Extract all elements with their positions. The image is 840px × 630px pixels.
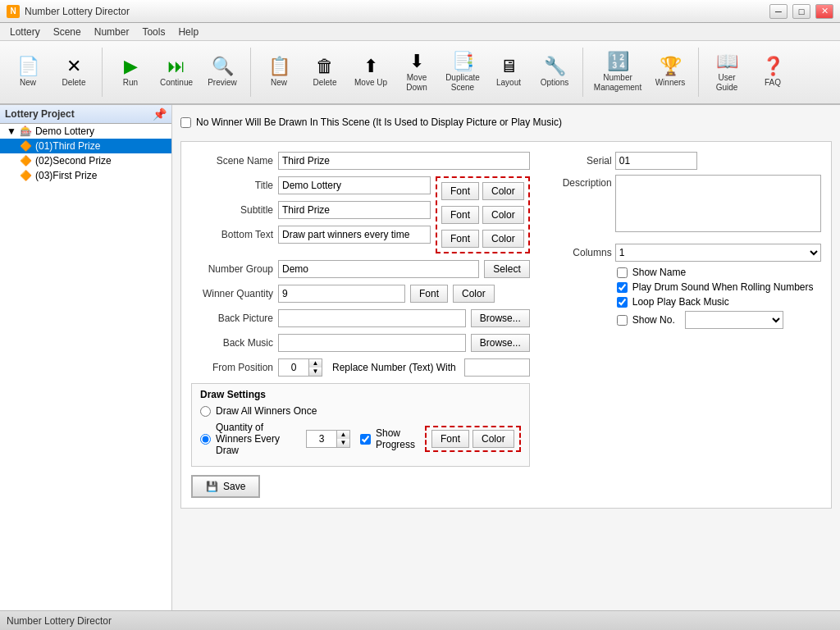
number-mgmt-icon: 🔢	[607, 52, 629, 71]
play-drum-checkbox[interactable]	[617, 282, 628, 293]
back-pic-label2: Back Picture	[191, 313, 273, 324]
draw-settings2: Draw Settings Draw All Winners Once Quan…	[191, 383, 530, 467]
bottom-font-btn2[interactable]: Font	[441, 230, 479, 248]
title-input2[interactable]	[278, 176, 431, 194]
toolbar-new-scene[interactable]: 📋 New	[258, 45, 300, 99]
show-no-select[interactable]	[685, 311, 783, 329]
back-pic-browse2[interactable]: Browse...	[471, 309, 530, 327]
maximize-button[interactable]: □	[792, 4, 810, 19]
wq-font-btn[interactable]: Font	[410, 285, 448, 303]
prog-font-btn2[interactable]: Font	[431, 430, 469, 448]
title-row2: Title	[191, 176, 431, 194]
bottom-color-btn2[interactable]: Color	[482, 230, 524, 248]
scene-name-input[interactable]	[278, 152, 530, 170]
serial-input[interactable]	[615, 152, 697, 170]
draw-all-row2: Draw All Winners Once	[200, 405, 521, 417]
description-label: Description	[546, 175, 612, 189]
toolbar-number-mgmt[interactable]: 🔢 Number Management	[590, 45, 646, 99]
toolbar-continue[interactable]: ⏭ Continue	[155, 45, 198, 99]
subtitle-color-btn2[interactable]: Color	[482, 206, 524, 224]
toolbar-winners-label: Winners	[655, 78, 686, 88]
draw-all-radio2[interactable]	[200, 406, 211, 417]
tree-item-first-prize[interactable]: 🔶 (03)First Prize	[0, 168, 171, 183]
winners-icon: 🏆	[660, 57, 682, 75]
status-bar: Number Lottery Director	[0, 610, 840, 630]
back-pic-input2[interactable]	[278, 309, 466, 327]
number-group-input2[interactable]	[278, 260, 479, 278]
tree-expand-icon: ▼	[7, 126, 16, 137]
draw-settings-title2: Draw Settings	[200, 389, 521, 400]
subtitle-input2[interactable]	[278, 201, 431, 219]
show-no-checkbox[interactable]	[617, 315, 628, 326]
tree-item-third-prize[interactable]: 🔶 (01)Third Prize	[0, 139, 171, 153]
qty-draw-radio2[interactable]	[200, 434, 211, 445]
columns-select[interactable]: 1 2 3	[615, 244, 821, 262]
toolbar-move-up[interactable]: ⬆ Move Up	[349, 45, 392, 99]
back-music-browse2[interactable]: Browse...	[471, 334, 530, 352]
toolbar-sep-3	[582, 48, 583, 97]
toolbar-run-label: Run	[123, 78, 138, 88]
toolbar-new-scene-label: New	[271, 78, 287, 88]
tree-item-second-prize[interactable]: 🔶 (02)Second Prize	[0, 153, 171, 168]
from-pos-down2[interactable]: ▼	[308, 368, 322, 376]
menu-scene[interactable]: Scene	[47, 25, 88, 39]
toolbar-preview[interactable]: 🔍 Preview	[201, 45, 244, 99]
toolbar-duplicate-scene[interactable]: 📑 Duplicate Scene	[441, 45, 484, 99]
replace-input2[interactable]	[464, 358, 530, 377]
back-music-input2[interactable]	[278, 334, 466, 352]
minimize-button[interactable]: ─	[769, 4, 788, 19]
toolbar-number-mgmt-label: Number Management	[592, 73, 643, 93]
toolbar-delete-scene[interactable]: 🗑 Delete	[304, 45, 346, 99]
toolbar-delete-lottery[interactable]: ✕ Delete	[52, 45, 95, 99]
tree-item-demo-lottery[interactable]: ▼ 🎰 Demo Lottery	[0, 124, 171, 139]
from-pos-input2[interactable]	[279, 359, 308, 376]
tree-item-label: Demo Lottery	[35, 126, 94, 137]
qty-up2[interactable]: ▲	[336, 431, 349, 439]
toolbar-delete-lottery-label: Delete	[62, 78, 86, 88]
show-name-checkbox[interactable]	[617, 267, 628, 278]
loop-play-checkbox[interactable]	[617, 297, 628, 308]
duplicate-scene-icon: 📑	[452, 52, 474, 71]
toolbar-faq[interactable]: ❓ FAQ	[751, 45, 794, 99]
winner-qty-input2[interactable]	[278, 285, 405, 303]
menu-lottery[interactable]: Lottery	[3, 25, 47, 39]
menu-help[interactable]: Help	[171, 25, 205, 39]
toolbar-run[interactable]: ▶ Run	[109, 45, 152, 99]
wq-color-btn[interactable]: Color	[453, 285, 495, 303]
toolbar-user-guide-label: User Guide	[708, 73, 746, 93]
title-font-btn2[interactable]: Font	[441, 182, 479, 200]
description-row: Description	[546, 175, 821, 239]
from-pos-up2[interactable]: ▲	[308, 359, 322, 368]
no-winner-checkbox[interactable]	[180, 117, 191, 128]
preview-icon: 🔍	[212, 57, 234, 75]
new-scene-icon: 📋	[268, 57, 290, 75]
title-color-btn2[interactable]: Color	[482, 182, 524, 200]
toolbar-delete-scene-label: Delete	[313, 78, 337, 88]
second-prize-icon: 🔶	[20, 155, 32, 167]
menu-number[interactable]: Number	[88, 25, 136, 39]
draw-all-label2: Draw All Winners Once	[216, 405, 317, 417]
toolbar: 📄 New ✕ Delete ▶ Run ⏭ Continue 🔍 Previe…	[0, 41, 840, 105]
show-progress-cb2[interactable]	[360, 434, 371, 445]
toolbar-sep-1	[102, 48, 103, 97]
select-btn2[interactable]: Select	[484, 260, 529, 278]
save-btn2[interactable]: 💾 Save	[191, 475, 260, 498]
toolbar-options[interactable]: 🔧 Options	[533, 45, 576, 99]
menu-tools[interactable]: Tools	[135, 25, 171, 39]
description-textarea[interactable]	[615, 175, 821, 232]
toolbar-user-guide[interactable]: 📖 User Guide	[705, 45, 748, 99]
qty-input2[interactable]	[307, 431, 336, 447]
subtitle-font-btn2[interactable]: Font	[441, 206, 479, 224]
toolbar-winners[interactable]: 🏆 Winners	[649, 45, 692, 99]
sidebar-pin-icon[interactable]: 📌	[153, 107, 167, 121]
toolbar-faq-label: FAQ	[765, 78, 781, 88]
close-button[interactable]: ✕	[815, 4, 833, 19]
show-name-row: Show Name	[546, 267, 821, 278]
toolbar-new-lottery[interactable]: 📄 New	[7, 45, 49, 99]
qty-down2[interactable]: ▼	[336, 439, 349, 447]
subtitle-label2: Subtitle	[191, 204, 273, 216]
bottom-text-input2[interactable]	[278, 226, 431, 244]
toolbar-layout[interactable]: 🖥 Layout	[487, 45, 530, 99]
prog-color-btn2[interactable]: Color	[472, 430, 514, 448]
toolbar-move-down[interactable]: ⬇ Move Down	[395, 45, 438, 99]
